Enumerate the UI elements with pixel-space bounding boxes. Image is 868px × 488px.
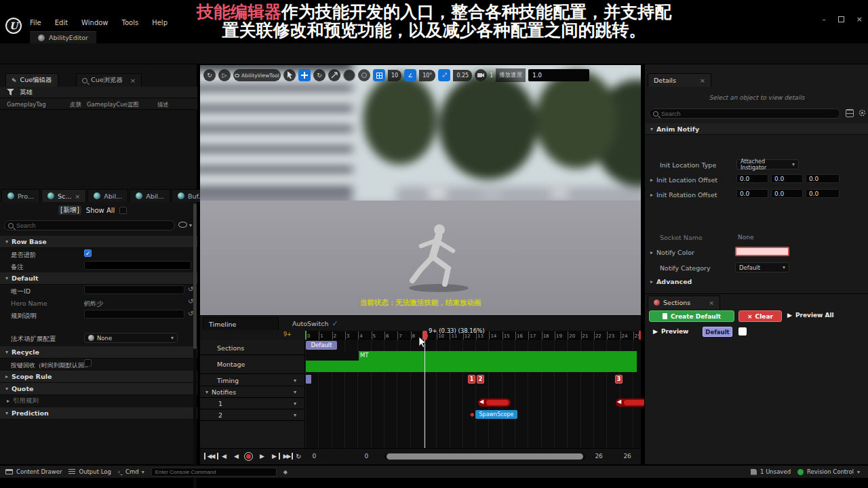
init-rotation-offset-y[interactable]: 0.0 [771,189,803,198]
tab-sc[interactable]: Sc...× [41,189,86,202]
menu-tools[interactable]: Tools [122,19,139,26]
viewport-options-icon[interactable]: ↻ [203,69,216,81]
spawnscope-tag[interactable]: SpawnScope [475,410,517,419]
loop-button[interactable]: ↻ [296,453,301,460]
grid-snap-icon[interactable] [373,69,385,81]
col-skin[interactable]: 皮肤 [70,101,81,109]
col-gameplaytag[interactable]: GameplayTag [7,101,46,108]
chevron-down-icon[interactable]: ▾ [189,222,192,228]
ability-view-tool-pill[interactable]: AbilityViewTool [233,69,281,81]
scale-snap-value[interactable]: 0.25 [453,70,472,81]
range-end-value[interactable]: 26 [595,453,622,460]
caret-right-icon[interactable]: ▸ [650,279,653,285]
menu-window[interactable]: Window [81,19,108,26]
console-input[interactable] [151,468,277,476]
notify-color-swatch[interactable] [735,247,789,256]
row-sections-label[interactable]: Sections [217,344,244,352]
play-button[interactable]: ▶ [256,453,267,460]
caret-down-icon[interactable]: ▾ [205,389,208,395]
section-prediction[interactable]: ▾Prediction [0,407,197,420]
frame-pct-value[interactable]: 0 [364,453,383,460]
step-forward-button[interactable]: ▶ [269,453,280,460]
spell-field-dropdown[interactable]: None ▾ [84,333,178,343]
section-anim-notify[interactable]: ▾Anim Notify [645,123,868,135]
close-icon[interactable]: × [130,77,136,84]
tab-pro[interactable]: Pro... [1,189,40,202]
current-frame-value[interactable]: 0 [312,453,363,460]
timing-left-tag[interactable] [306,375,311,384]
col-description[interactable]: 描述 [157,101,169,109]
surface-snap-icon[interactable] [358,69,370,81]
chevron-down-icon[interactable]: ▾ [294,378,296,384]
close-icon[interactable]: × [700,77,705,84]
unreal-logo-icon[interactable]: U [5,18,22,34]
hero-name-value[interactable]: 蚂蚱少 [84,300,104,308]
timeline-tab[interactable]: Timeline [203,317,279,330]
viewport[interactable]: 当前状态：无法激活技能，结束放动画 ↻ ▷ AbilityViewTool ↻ … [200,65,641,315]
init-location-offset-y[interactable]: 0.0 [771,174,803,183]
quote-rule-row[interactable]: ▸引用规则 [7,396,39,405]
show-all-checkbox[interactable] [119,207,127,214]
gear-icon[interactable] [858,108,867,117]
tab-cue-browser[interactable]: Cue浏览器 × [76,73,142,87]
reverse-play-button[interactable]: ◀ [230,453,241,460]
output-log-button[interactable]: Output Log [68,468,111,475]
tab-abil-2[interactable]: Abil... [130,189,170,202]
is-advanced-checkbox[interactable]: ✓ [84,249,92,257]
key-recycle-checkbox[interactable] [84,359,92,367]
remark-input[interactable] [84,261,191,270]
eye-icon[interactable] [178,222,187,228]
console-diamond-icon[interactable]: ◆ [283,469,288,475]
socket-name-value[interactable]: None [738,234,753,241]
content-drawer-button[interactable]: Content Drawer [5,468,62,475]
init-rotation-offset-x[interactable]: 0.0 [736,189,768,198]
notify-category-dropdown[interactable]: Default ▾ [735,262,789,272]
close-icon[interactable]: × [709,299,714,306]
preview-character[interactable] [403,221,469,293]
doc-tab-ability-editor[interactable]: AbilityEditor [30,31,96,43]
preview-all-button[interactable]: ▶ Preview All [787,312,834,319]
filter-icon[interactable] [7,89,14,96]
perspective-icon[interactable]: ▷ [218,69,231,81]
details-search[interactable] [649,108,840,119]
init-rotation-offset-z[interactable]: 0.0 [806,189,840,198]
col-cue-blueprint[interactable]: GameplayCue蓝图 [87,101,139,109]
record-button[interactable] [244,452,253,461]
timing-marker-2[interactable]: 2 [477,375,484,384]
cmd-selector[interactable]: ›_ Cmd ▾ [118,468,144,475]
section-default-tag[interactable]: Default [306,341,337,350]
timing-marker-1[interactable]: 1 [468,375,475,384]
track-content[interactable]: Default MT 1 2 3 ◀ ◀ ◆ SpawnScope [305,340,641,448]
to-front-button[interactable]: ◀◀ [204,453,216,460]
tab-abil-1[interactable]: Abil... [87,189,128,202]
row-track1-label[interactable]: 1 [218,400,222,407]
scale-snap-icon[interactable]: ⤢ [438,69,450,81]
caret-right-icon[interactable]: ▸ [650,249,653,256]
timing-marker-3[interactable]: 3 [615,375,623,384]
unsaved-indicator[interactable]: 1 Unsaved [751,468,791,475]
unique-id-input[interactable] [84,285,184,294]
rotate-tool-icon[interactable]: ↻ [313,69,326,81]
camera-speed-value[interactable]: 1 [490,73,493,79]
section-color-swatch[interactable] [738,327,747,336]
angle-snap-icon[interactable]: ∠ [404,69,416,81]
move-tool-icon[interactable] [298,69,311,81]
notify-bar-1[interactable]: ◀ [478,399,511,407]
play-speed-input[interactable]: 1.0 [528,69,589,81]
create-default-button[interactable]: Create Default [649,310,734,322]
row-track2-label[interactable]: 2 [218,411,222,419]
camera-speed-icon[interactable] [475,69,487,81]
section-row-base[interactable]: ▾Row Base [0,236,197,248]
clear-button[interactable]: × Clear [738,310,782,322]
world-space-icon[interactable] [343,69,355,81]
section-recycle[interactable]: ▾Recycle [0,346,197,359]
montage-bar[interactable]: MT [306,351,637,372]
section-default[interactable]: ▾Default [0,272,197,285]
to-end-button[interactable]: ▶▶ [281,453,293,460]
props-search[interactable] [4,220,175,230]
menu-edit[interactable]: Edit [55,19,68,26]
chevron-down-icon[interactable]: ▾ [294,412,296,418]
revision-control-button[interactable]: Revision Control ▾ [797,468,860,475]
close-icon[interactable]: × [75,192,80,200]
select-tool-icon[interactable] [283,69,296,81]
